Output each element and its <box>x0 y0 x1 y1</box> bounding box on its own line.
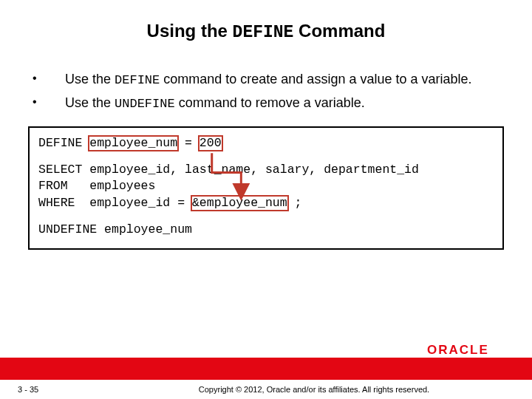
bullet-text: Use the UNDEFINE command to remove a var… <box>65 94 504 113</box>
code-line: WHERE employee_id = &employee_num ; <box>38 195 494 211</box>
bullet-item: • Use the UNDEFINE command to remove a v… <box>28 94 504 113</box>
footer: 3 - 35 Copyright © 2012, Oracle and/or i… <box>0 380 532 399</box>
oracle-logo-icon: ORACLE <box>427 343 514 356</box>
bullet-marker: • <box>28 94 65 113</box>
highlight-variable-name: employee_num <box>89 135 177 151</box>
title-code: DEFINE <box>233 23 294 42</box>
svg-text:ORACLE: ORACLE <box>427 343 489 356</box>
code-line: FROM employees <box>38 178 494 194</box>
oracle-logo: ORACLE <box>427 343 514 356</box>
title-text-after: Command <box>293 21 385 41</box>
bullet-item: • Use the DEFINE command to create and a… <box>28 70 504 89</box>
slide-title: Using the DEFINE Command <box>0 0 532 55</box>
code-line: DEFINE employee_num = 200 <box>38 135 494 151</box>
slide: Using the DEFINE Command • Use the DEFIN… <box>0 0 532 399</box>
bullet-text: Use the DEFINE command to create and ass… <box>65 70 504 89</box>
highlight-value: 200 <box>200 135 222 151</box>
bullet-marker: • <box>28 70 65 89</box>
page-number: 3 - 35 <box>18 385 114 394</box>
copyright-text: Copyright © 2012, Oracle and/or its affi… <box>114 385 514 394</box>
title-text-before: Using the <box>147 21 233 41</box>
code-line: UNDEFINE employee_num <box>38 222 494 238</box>
code-line: SELECT employee_id, last_name, salary, d… <box>38 162 494 178</box>
code-block: DEFINE employee_num = 200 SELECT employe… <box>28 126 504 250</box>
highlight-variable-ref: &employee_num <box>192 195 287 211</box>
bullet-list: • Use the DEFINE command to create and a… <box>28 70 504 113</box>
footer-band <box>0 358 532 380</box>
